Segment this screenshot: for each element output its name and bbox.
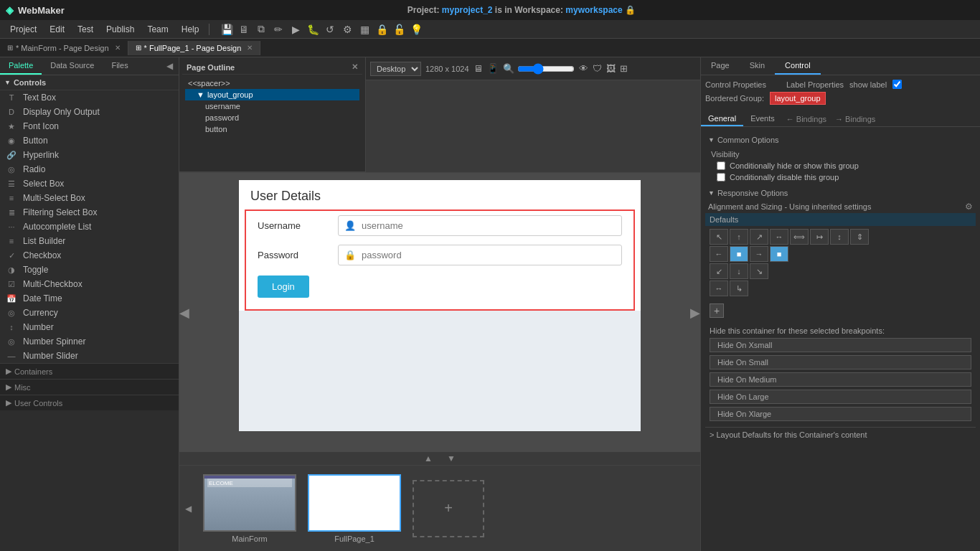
alignment-gear-icon[interactable]: ⚙ xyxy=(965,202,973,212)
palette-item-checkbox[interactable]: ✓ Checkbox xyxy=(0,248,179,263)
palette-item-textbox[interactable]: T Text Box xyxy=(0,90,179,105)
sub-tab-bindings-left[interactable]: ← Bindings xyxy=(782,112,831,126)
align-center-v[interactable]: ■ xyxy=(730,246,748,262)
sub-tab-general[interactable]: General xyxy=(701,112,743,126)
canvas-arrow-left[interactable]: ◀ xyxy=(179,305,189,321)
palette-item-filteringselectbox[interactable]: ≣ Filtering Select Box xyxy=(0,205,179,220)
palette-item-listbuilder[interactable]: ≡ List Builder xyxy=(0,234,179,248)
layout-defaults-toggle[interactable]: > Layout Defaults for this Container's c… xyxy=(705,427,976,442)
align-stretch-v2[interactable]: ⇕ xyxy=(850,229,869,245)
bordered-group-value[interactable]: layout_group xyxy=(770,92,826,105)
username-input-wrapper[interactable]: 👤 xyxy=(338,215,622,236)
right-tab-control[interactable]: Control xyxy=(775,57,820,75)
palette-item-autocomplete[interactable]: ··· Autocomplete List xyxy=(0,220,179,234)
password-input[interactable] xyxy=(362,250,616,260)
sub-tab-events[interactable]: Events xyxy=(743,112,782,126)
workspace-link[interactable]: myworkspace xyxy=(565,5,622,15)
palette-item-selectbox[interactable]: ☰ Select Box xyxy=(0,176,179,191)
code-icon[interactable]: ⚙ xyxy=(340,22,354,37)
menu-edit[interactable]: Edit xyxy=(44,23,70,36)
username-input[interactable] xyxy=(362,220,616,231)
device-select[interactable]: Desktop xyxy=(370,62,421,76)
play-icon[interactable]: ▶ xyxy=(288,22,303,37)
align-center-active[interactable]: ■ xyxy=(770,246,788,262)
panel-tab-files[interactable]: Files xyxy=(103,57,136,75)
tree-item-spacer[interactable]: <<spacer>> xyxy=(185,77,359,89)
palette-item-displayonly[interactable]: D Display Only Output xyxy=(0,105,179,119)
align-bottomleft[interactable]: ↙ xyxy=(710,263,728,279)
hide-small-btn[interactable]: Hide On Small xyxy=(710,355,971,369)
tab-fullpage-close[interactable]: ✕ xyxy=(247,44,253,52)
section-controls[interactable]: ▼ Controls xyxy=(0,75,179,90)
zoom-icon[interactable]: 🔍 xyxy=(503,63,514,74)
eye-icon[interactable]: 👁 xyxy=(579,63,588,74)
lock-icon[interactable]: 🔒 xyxy=(374,22,389,37)
hide-xsmall-btn[interactable]: Hide On Xsmall xyxy=(710,338,971,352)
add-alignment-btn[interactable]: + xyxy=(710,303,724,318)
palette-item-button[interactable]: ◉ Button xyxy=(0,133,179,148)
tree-item-username[interactable]: username xyxy=(185,100,359,112)
align-topleft[interactable]: ↖ xyxy=(710,229,728,245)
bug-icon[interactable]: 🐛 xyxy=(306,22,320,37)
tab-fullpage[interactable]: ⊞ * FullPage_1 - Page Design ✕ xyxy=(128,41,261,55)
conditionally-disable-checkbox[interactable] xyxy=(717,173,725,182)
login-button[interactable]: Login xyxy=(258,276,309,298)
palette-item-multicheckbox[interactable]: ☑ Multi-Checkbox xyxy=(0,277,179,291)
menu-project[interactable]: Project xyxy=(4,23,42,36)
menu-publish[interactable]: Publish xyxy=(100,23,140,36)
monitor-icon[interactable]: 🖥 xyxy=(473,63,483,74)
palette-item-fonticon[interactable]: ★ Font Icon xyxy=(0,119,179,133)
align-left[interactable]: ← xyxy=(710,246,728,262)
responsive-options-title[interactable]: ▼ Responsive Options xyxy=(705,186,976,199)
bottom-arrow-up[interactable]: ▲ xyxy=(424,453,433,463)
thumbnail-add-btn[interactable]: + xyxy=(413,480,484,537)
grid-icon[interactable]: ▦ xyxy=(357,22,372,37)
section-misc[interactable]: ▶ Misc xyxy=(0,379,179,395)
thumbnail-mainform[interactable]: ELCOME MainForm xyxy=(203,474,296,543)
align-right[interactable]: → xyxy=(750,246,768,262)
pencil-icon[interactable]: ✏ xyxy=(271,22,286,37)
thumbnail-fullpage[interactable]: FullPage_1 xyxy=(308,474,401,543)
project-link[interactable]: myproject_2 xyxy=(442,5,493,15)
align-bottomright[interactable]: ↘ xyxy=(750,263,768,279)
palette-item-numberslider[interactable]: — Number Slider xyxy=(0,349,179,363)
align-extra2[interactable]: ↳ xyxy=(730,281,748,296)
right-tab-skin[interactable]: Skin xyxy=(740,57,775,75)
image-icon[interactable]: 🖼 xyxy=(606,63,616,74)
canvas-arrow-right[interactable]: ▶ xyxy=(690,305,700,321)
palette-item-multiselectbox[interactable]: ≡ Multi-Select Box xyxy=(0,191,179,205)
align-bottom[interactable]: ↓ xyxy=(730,263,748,279)
palette-item-radio[interactable]: ◎ Radio xyxy=(0,162,179,176)
tab-mainform-close[interactable]: ✕ xyxy=(115,44,121,52)
zoom-slider[interactable] xyxy=(517,63,575,75)
phone-icon[interactable]: 📱 xyxy=(487,63,499,74)
align-extra1[interactable]: ↔ xyxy=(710,281,728,296)
panel-tab-datasource[interactable]: Data Source xyxy=(42,57,103,75)
palette-item-numberspinner[interactable]: ◎ Number Spinner xyxy=(0,334,179,349)
align-top[interactable]: ↑ xyxy=(730,229,748,245)
palette-item-currency[interactable]: ◎ Currency xyxy=(0,306,179,320)
hide-large-btn[interactable]: Hide On Large xyxy=(710,390,971,404)
palette-item-datetime[interactable]: 📅 Date Time xyxy=(0,291,179,306)
monitor-icon[interactable]: 🖥 xyxy=(237,22,251,37)
common-options-title[interactable]: ▼ Common Options xyxy=(705,133,976,146)
save-icon[interactable]: 💾 xyxy=(220,22,234,37)
palette-item-toggle[interactable]: ◑ Toggle xyxy=(0,263,179,277)
align-stretch-h3[interactable]: ↦ xyxy=(810,229,829,245)
show-label-checkbox[interactable] xyxy=(892,80,902,89)
unlock-icon[interactable]: 🔓 xyxy=(392,22,406,37)
refresh-icon[interactable]: ↺ xyxy=(323,22,337,37)
panel-collapse-toggle[interactable]: ◀ xyxy=(161,57,179,75)
palette-item-hyperlink[interactable]: 🔗 Hyperlink xyxy=(0,148,179,162)
palette-item-number[interactable]: ↕ Number xyxy=(0,320,179,334)
section-containers[interactable]: ▶ Containers xyxy=(0,363,179,379)
menu-help[interactable]: Help xyxy=(176,23,205,36)
align-stretch-h2[interactable]: ⟺ xyxy=(790,229,809,245)
tree-item-button[interactable]: button xyxy=(185,123,359,135)
tree-item-layout-group[interactable]: ▼ layout_group xyxy=(185,89,359,100)
copy-icon[interactable]: ⧉ xyxy=(254,22,268,37)
shield-icon[interactable]: 🛡 xyxy=(593,63,602,74)
hide-medium-btn[interactable]: Hide On Medium xyxy=(710,372,971,387)
sub-tab-bindings-right[interactable]: → Bindings xyxy=(831,112,880,126)
thumbnails-arrow-left[interactable]: ◀ xyxy=(185,504,192,514)
